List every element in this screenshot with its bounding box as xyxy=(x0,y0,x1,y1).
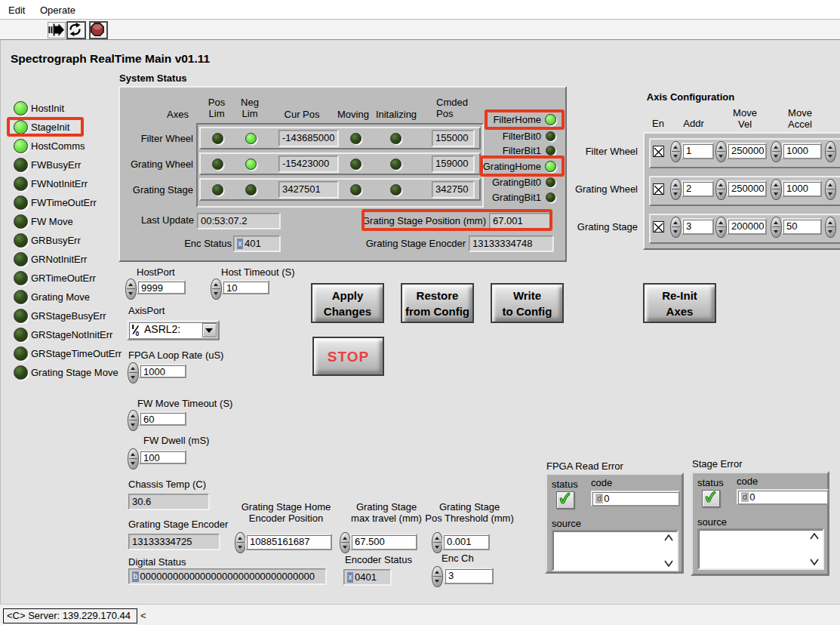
svg-text:0: 0 xyxy=(136,330,140,337)
